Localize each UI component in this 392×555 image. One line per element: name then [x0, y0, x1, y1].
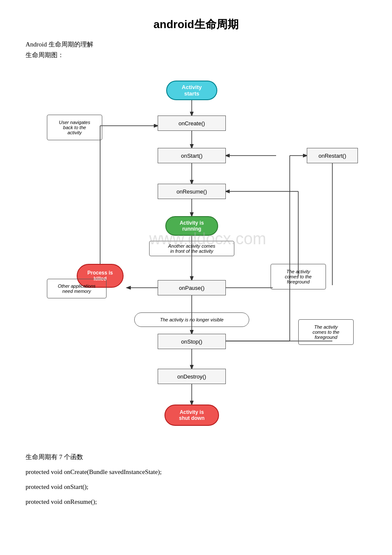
subtitle1: Android 生命周期的理解: [26, 40, 366, 49]
subtitle2: 生命周期图：: [26, 51, 366, 59]
activity-starts-node: Activity starts: [166, 81, 217, 100]
footer-line1: 生命周期有 7 个函数: [26, 451, 366, 463]
on-destroy-node: onDestroy(): [158, 369, 226, 384]
comes-to-foreground2-node: The activity comes to the foreground: [298, 319, 354, 345]
on-pause-node: onPause(): [158, 280, 226, 295]
comes-to-foreground1-node: The activity comes to the foreground: [271, 264, 326, 289]
on-resume-node: onResume(): [158, 184, 226, 199]
on-create-node: onCreate(): [158, 116, 226, 131]
on-restart-node: onRestart(): [307, 148, 358, 163]
activity-shutdown-node: Activity is shut down: [164, 405, 219, 426]
footer-line2: protected void onCreate(Bundle savedInst…: [26, 466, 366, 478]
on-stop-node: onStop(): [158, 334, 226, 349]
no-longer-visible-node: The activity is no longer visible: [134, 312, 249, 327]
on-start-node: onStart(): [158, 148, 226, 163]
lifecycle-diagram: Activity starts onCreate() User navigate…: [34, 68, 358, 439]
user-navigates-node: User navigates back to the activity: [47, 115, 102, 140]
footer-line3: protected void onStart();: [26, 481, 366, 493]
another-activity-node: Another activity comes in front of the a…: [149, 241, 234, 256]
page-title: android生命周期: [26, 17, 366, 32]
other-apps-memory-node: Other applications need memory: [47, 279, 107, 298]
activity-running-node: Activity is running: [165, 216, 218, 236]
footer-line4: protected void onResume();: [26, 496, 366, 508]
